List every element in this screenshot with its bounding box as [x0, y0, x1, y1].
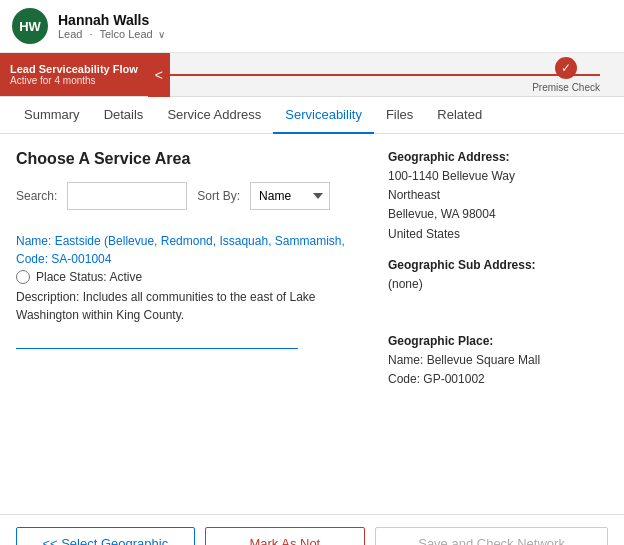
geo-place-label: Geographic Place:: [388, 334, 608, 348]
status-radio-row: Place Status: Active: [16, 270, 368, 284]
flow-sub: Active for 4 months: [10, 75, 138, 86]
header: HW Hannah Walls Lead · Telco Lead ∨: [0, 0, 624, 53]
main-content: Choose A Service Area Search: Sort By: N…: [0, 134, 624, 514]
tabs-bar: Summary Details Service Address Servicea…: [0, 97, 624, 134]
flow-badge: Lead Serviceability Flow Active for 4 mo…: [0, 53, 148, 96]
geo-place-value: Name: Bellevue Square Mall Code: GP-0010…: [388, 351, 608, 389]
status-radio[interactable]: [16, 270, 30, 284]
tab-serviceability[interactable]: Serviceability: [273, 97, 374, 134]
place-status: Place Status: Active: [36, 270, 142, 284]
sort-label: Sort By:: [197, 189, 240, 203]
sort-select[interactable]: Name Code Status: [250, 182, 330, 210]
flow-chevron[interactable]: <: [148, 53, 170, 97]
tab-summary[interactable]: Summary: [12, 97, 92, 134]
right-panel: Geographic Address: 100-1140 Bellevue Wa…: [388, 150, 608, 506]
geo-sub-address-value: (none): [388, 275, 608, 294]
search-input[interactable]: [67, 182, 187, 210]
step-circle: ✓: [555, 57, 577, 79]
area-desc: Description: Includes all communities to…: [16, 288, 368, 324]
select-geographic-place-button[interactable]: << Select Geographic Place: [16, 527, 195, 545]
geo-sub-address-label: Geographic Sub Address:: [388, 258, 608, 272]
step-label: Premise Check: [532, 82, 600, 93]
user-name: Hannah Walls: [58, 12, 165, 28]
left-panel: Choose A Service Area Search: Sort By: N…: [16, 150, 388, 506]
user-role: Lead · Telco Lead ∨: [58, 28, 165, 40]
geo-sub-address-section: Geographic Sub Address: (none): [388, 258, 608, 294]
tab-files[interactable]: Files: [374, 97, 425, 134]
progress-track: ✓ Premise Check: [170, 57, 624, 93]
geo-place-section: Geographic Place: Name: Bellevue Square …: [388, 334, 608, 389]
tab-related[interactable]: Related: [425, 97, 494, 134]
search-row: Search: Sort By: Name Code Status: [16, 182, 368, 210]
progress-area: Lead Serviceability Flow Active for 4 mo…: [0, 53, 624, 97]
tab-details[interactable]: Details: [92, 97, 156, 134]
avatar: HW: [12, 8, 48, 44]
flow-title: Lead Serviceability Flow: [10, 63, 138, 75]
geo-address-section: Geographic Address: 100-1140 Bellevue Wa…: [388, 150, 608, 244]
mark-not-serviceable-button[interactable]: Mark As Not Serviceable: [205, 527, 366, 545]
divider: [16, 348, 298, 349]
search-label: Search:: [16, 189, 57, 203]
sort-select-wrapper: Name Code Status: [250, 182, 330, 210]
area-code: Code: SA-001004: [16, 252, 368, 266]
section-title: Choose A Service Area: [16, 150, 368, 168]
geo-address-value: 100-1140 Bellevue Way Northeast Bellevue…: [388, 167, 608, 244]
user-info: Hannah Walls Lead · Telco Lead ∨: [58, 12, 165, 40]
geo-address-label: Geographic Address:: [388, 150, 608, 164]
service-area-item: Name: Eastside (Bellevue, Redmond, Issaq…: [16, 224, 368, 334]
tab-service-address[interactable]: Service Address: [155, 97, 273, 134]
area-name: Name: Eastside (Bellevue, Redmond, Issaq…: [16, 234, 368, 248]
save-check-network-button: Save and Check Network Resource>>: [375, 527, 608, 545]
footer: << Select Geographic Place Mark As Not S…: [0, 514, 624, 545]
premise-check-step: ✓ Premise Check: [532, 57, 600, 93]
